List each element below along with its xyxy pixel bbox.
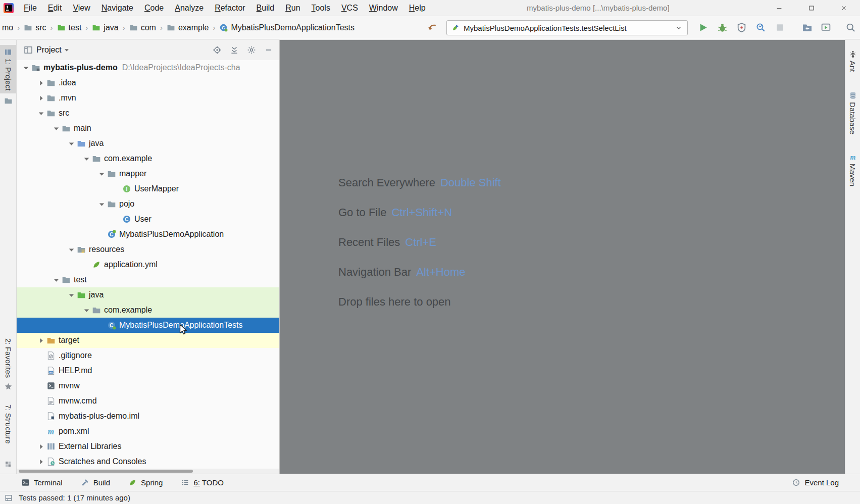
- horizontal-scrollbar[interactable]: [17, 469, 279, 474]
- chevron-right-icon[interactable]: [37, 79, 45, 87]
- coverage-button[interactable]: [736, 22, 747, 33]
- chevron-down-icon[interactable]: [52, 124, 61, 133]
- minimize-button[interactable]: [763, 0, 795, 16]
- tree-row[interactable]: test: [17, 272, 279, 287]
- chevron-down-icon[interactable]: [63, 46, 70, 54]
- tree-row[interactable]: resources: [17, 242, 279, 257]
- tree-row[interactable]: .gitignore: [17, 348, 279, 363]
- chevron-right-icon[interactable]: [37, 458, 45, 466]
- chevron-down-icon[interactable]: [37, 109, 45, 118]
- search-icon[interactable]: [845, 22, 856, 33]
- menu-refactor[interactable]: Refactor: [209, 0, 250, 16]
- tree-row[interactable]: CUser: [17, 212, 279, 227]
- tree-row[interactable]: CMybatisPlusDemoApplication: [17, 227, 279, 242]
- chevron-right-icon[interactable]: [37, 442, 45, 451]
- tree-row[interactable]: src: [17, 106, 279, 121]
- tool-tab-build[interactable]: Build: [81, 478, 110, 487]
- run-configuration-select[interactable]: MybatisPlusDemoApplicationTests.testSele…: [446, 20, 688, 35]
- chevron-spacer: [37, 412, 45, 421]
- tree-row[interactable]: .mvn: [17, 90, 279, 106]
- tree-row[interactable]: target: [17, 333, 279, 348]
- breadcrumb-item[interactable]: java: [91, 23, 119, 32]
- menu-view[interactable]: View: [67, 0, 95, 16]
- tool-tab-favorites[interactable]: 2: Favorites: [0, 335, 16, 381]
- bookmark-folder-icon[interactable]: [4, 96, 13, 105]
- tree-row[interactable]: mpom.xml: [17, 424, 279, 439]
- tree-row[interactable]: External Libraries: [17, 439, 279, 454]
- tree-row[interactable]: mybatis-plus-demo.iml: [17, 409, 279, 424]
- tree-row[interactable]: CMybatisPlusDemoApplicationTests: [17, 318, 279, 333]
- profiler-button[interactable]: [755, 22, 766, 33]
- tree-row[interactable]: mapper: [17, 166, 279, 181]
- chevron-down-icon[interactable]: [22, 64, 30, 72]
- tree-row[interactable]: pojo: [17, 196, 279, 212]
- tree-row[interactable]: java: [17, 287, 279, 303]
- menu-tools[interactable]: Tools: [306, 0, 336, 16]
- chevron-down-icon[interactable]: [67, 139, 76, 148]
- run-window-icon[interactable]: [821, 22, 831, 33]
- menu-analyze[interactable]: Analyze: [169, 0, 209, 16]
- tool-tab-project[interactable]: 1: Project: [0, 45, 16, 93]
- menu-file[interactable]: File: [18, 0, 42, 16]
- close-button[interactable]: [828, 0, 860, 16]
- menu-window[interactable]: Window: [364, 0, 403, 16]
- tool-tab-ant[interactable]: Ant: [845, 47, 860, 75]
- chevron-down-icon[interactable]: [97, 170, 106, 178]
- scrollbar-thumb[interactable]: [19, 470, 193, 473]
- breadcrumb-item[interactable]: mo: [1, 23, 14, 32]
- menu-code[interactable]: Code: [139, 0, 169, 16]
- breadcrumb-item[interactable]: src: [23, 23, 47, 32]
- menu-help[interactable]: Help: [403, 0, 431, 16]
- menu-vcs[interactable]: VCS: [336, 0, 364, 16]
- hint-label: Navigation Bar: [338, 266, 411, 279]
- tree-row[interactable]: main: [17, 121, 279, 136]
- tool-tab-terminal[interactable]: Terminal: [21, 478, 63, 487]
- menu-edit[interactable]: Edit: [42, 0, 68, 16]
- gear-icon[interactable]: [247, 45, 256, 55]
- hide-panel-button[interactable]: [264, 45, 273, 55]
- tool-tab-todo[interactable]: 6: TODO: [181, 478, 223, 487]
- tree-row[interactable]: .idea: [17, 75, 279, 90]
- tree-row[interactable]: Scratches and Consoles: [17, 454, 279, 469]
- toolwindow-grid-icon[interactable]: [5, 494, 13, 502]
- menu-navigate[interactable]: Navigate: [96, 0, 139, 16]
- tool-tab-maven[interactable]: m Maven: [845, 150, 860, 189]
- panel-title[interactable]: Project: [36, 45, 62, 55]
- chevron-down-icon[interactable]: [67, 245, 76, 254]
- maximize-button[interactable]: [795, 0, 828, 16]
- locate-button[interactable]: [213, 45, 222, 55]
- chevron-down-icon[interactable]: [97, 200, 106, 209]
- chevron-down-icon[interactable]: [82, 306, 91, 315]
- tree-row[interactable]: com.example: [17, 303, 279, 318]
- menu-build[interactable]: Build: [251, 0, 280, 16]
- tree-row[interactable]: mybatis-plus-demoD:\IdeaProjects\IdeaPro…: [17, 60, 279, 75]
- tree-row[interactable]: com.example: [17, 151, 279, 166]
- tree-row[interactable]: IUserMapper: [17, 181, 279, 196]
- chevron-down-icon[interactable]: [52, 276, 61, 284]
- breadcrumb-item[interactable]: test: [56, 23, 83, 32]
- run-button[interactable]: [698, 22, 709, 33]
- widget-icon[interactable]: [4, 460, 12, 468]
- tool-tab-spring[interactable]: Spring: [128, 478, 163, 487]
- chevron-down-icon[interactable]: [82, 155, 91, 163]
- tree-row[interactable]: MDHELP.md: [17, 363, 279, 378]
- tree-row[interactable]: mvnw.cmd: [17, 393, 279, 409]
- debug-button[interactable]: [717, 22, 728, 33]
- breadcrumb-item[interactable]: CMybatisPlusDemoApplicationTests: [218, 23, 356, 32]
- tree-row[interactable]: mvnw: [17, 378, 279, 393]
- chevron-right-icon[interactable]: [37, 94, 45, 103]
- chevron-down-icon[interactable]: [67, 291, 76, 299]
- back-arrow-icon[interactable]: [427, 22, 438, 33]
- tree-row[interactable]: application.yml: [17, 257, 279, 272]
- breadcrumb-item[interactable]: example: [166, 23, 210, 32]
- star-icon[interactable]: [4, 382, 13, 391]
- collapse-all-button[interactable]: [230, 45, 239, 55]
- toolwindow-folder-icon[interactable]: [802, 22, 813, 33]
- tool-tab-database[interactable]: Database: [845, 88, 860, 137]
- tree-row[interactable]: java: [17, 136, 279, 151]
- chevron-right-icon[interactable]: [37, 336, 45, 345]
- menu-run[interactable]: Run: [280, 0, 306, 16]
- breadcrumb-item[interactable]: com: [128, 23, 157, 32]
- event-log-button[interactable]: Event Log: [792, 478, 839, 487]
- tool-tab-structure[interactable]: 7: Structure: [0, 401, 16, 447]
